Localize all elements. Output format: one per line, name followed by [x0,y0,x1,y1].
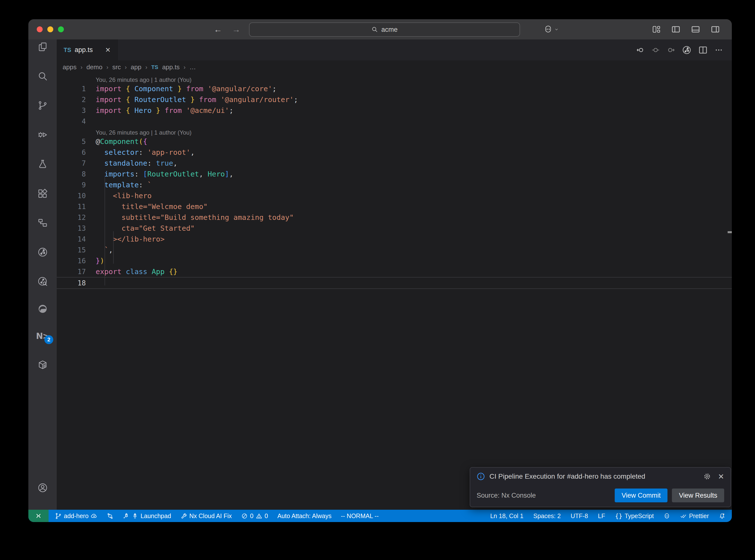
copilot-icon[interactable] [544,25,552,34]
breadcrumb-item-app[interactable]: app [131,63,141,71]
code-editor[interactable]: You, 26 minutes ago | 1 author (You)1imp… [57,74,732,289]
activity-item-nx-console[interactable]: N>2 [28,325,57,347]
code-text: imports: [RouterOutlet, Hero], [86,170,234,178]
code-line-15[interactable]: 15 `, [57,244,732,255]
zoom-window-button[interactable] [58,26,64,32]
continue-forward-icon[interactable] [667,46,675,54]
activity-item-nx-graph[interactable] [28,241,57,263]
status-item-nx-cloud-ai-fix[interactable]: Nx Cloud AI Fix [180,513,232,520]
activity-item-nx-graph-search[interactable] [28,271,57,293]
view-results-button[interactable]: View Results [672,488,724,502]
breadcrumb-item-src[interactable]: src [112,63,121,71]
notification-title: CI Pipeline Execution for #add-hero has … [490,473,699,480]
status-item-notifications[interactable] [719,513,726,519]
status-item-indentation[interactable]: Spaces: 2 [533,513,561,520]
activity-item-explorer[interactable] [28,36,57,58]
more-actions-icon[interactable] [715,46,723,54]
code-line-4[interactable]: 4 [57,116,732,127]
step-back-icon[interactable] [636,46,644,54]
code-line-9[interactable]: 9 template: ` [57,179,732,190]
navigate-forward-icon[interactable]: → [232,25,240,34]
toggle-secondary-sidebar-icon[interactable] [711,25,720,34]
minimize-window-button[interactable] [47,26,53,32]
code-text: `, [86,246,113,254]
status-label: Spaces: 2 [533,513,561,520]
status-item-auto-attach[interactable]: Auto Attach: Always [277,513,332,520]
run-debug-icon [38,129,48,140]
reverse-continue-icon[interactable] [652,46,660,54]
line-number: 3 [57,106,86,115]
status-item-vim-mode[interactable]: -- NORMAL -- [341,513,378,520]
breadcrumb-overflow[interactable]: … [190,63,196,71]
gitlens-blame-annotation[interactable]: You, 26 minutes ago | 1 author (You) [57,74,732,83]
navigate-back-icon[interactable]: ← [214,25,222,34]
activity-item-testing[interactable] [28,153,57,175]
nx-project-graph-icon[interactable] [682,45,691,55]
status-item-encoding[interactable]: UTF-8 [571,513,588,520]
close-notification-icon[interactable]: ✕ [718,472,724,481]
line-number: 4 [57,117,86,125]
warning-icon [256,513,262,519]
command-center-search[interactable]: acme [249,22,520,37]
code-line-13[interactable]: 13 cta="Get Started" [57,223,732,234]
status-item-launchpad[interactable]: Launchpad [123,513,171,520]
breadcrumb-item-apps[interactable]: apps [63,63,76,71]
edge-tools-icon [38,304,48,314]
code-line-3[interactable]: 3import { Hero } from '@acme/ui'; [57,105,732,116]
status-item-eol[interactable]: LF [598,513,605,520]
status-item-language-mode[interactable]: {}TypeScript [615,513,654,520]
code-text: template: ` [86,181,152,189]
activity-item-containers[interactable] [28,354,57,376]
bell-dot-icon [719,513,726,519]
toggle-primary-sidebar-icon[interactable] [671,25,680,34]
typescript-file-icon: TS [152,64,158,71]
status-item-compare-changes[interactable] [107,513,114,519]
chevron-down-icon[interactable] [554,27,559,32]
status-item-branch[interactable]: add-hero [55,513,97,520]
activity-item-account[interactable] [28,477,57,499]
code-line-7[interactable]: 7 standalone: true, [57,158,732,168]
code-line-18[interactable]: 18 [57,277,732,289]
editor-area: TS app.ts ✕ [57,39,732,510]
code-line-2[interactable]: 2import { RouterOutlet } from '@angular/… [57,94,732,105]
indent-guide [113,231,114,264]
code-line-12[interactable]: 12 subtitle="Build something amazing tod… [57,212,732,223]
close-tab-icon[interactable]: ✕ [105,46,111,54]
code-line-16[interactable]: 16}) [57,255,732,266]
breadcrumb[interactable]: apps›demo›src›app›TSapp.ts›… [57,60,732,74]
breadcrumb-item-demo[interactable]: demo [86,63,102,71]
code-line-17[interactable]: 17export class App {} [57,266,732,277]
activity-item-search[interactable] [28,65,57,87]
activity-item-run-debug[interactable] [28,124,57,146]
code-line-14[interactable]: 14 ></lib-hero> [57,234,732,244]
toggle-panel-icon[interactable] [691,25,700,34]
customize-layout-icon[interactable] [652,25,661,34]
overview-ruler-marker [728,231,732,233]
code-text: title="Welcmoe demo" [86,202,207,211]
status-item-copilot[interactable] [663,513,670,519]
code-line-10[interactable]: 10 <lib-hero [57,190,732,201]
gitlens-blame-annotation[interactable]: You, 26 minutes ago | 1 author (You) [57,127,732,136]
double-check-icon [680,513,687,519]
remote-indicator[interactable] [28,510,48,522]
breadcrumb-item-file[interactable]: app.ts [162,63,180,71]
notification-settings-gear-icon[interactable] [703,473,711,480]
activity-item-hierarchy[interactable] [28,212,57,234]
activity-item-extensions[interactable] [28,182,57,205]
status-label: Auto Attach: Always [277,513,332,520]
code-line-8[interactable]: 8 imports: [RouterOutlet, Hero], [57,168,732,179]
status-item-cursor-position[interactable]: Ln 18, Col 1 [490,513,523,520]
code-line-1[interactable]: 1import { Component } from '@angular/cor… [57,83,732,94]
tab-app-ts[interactable]: TS app.ts ✕ [57,39,118,60]
view-commit-button[interactable]: View Commit [615,488,668,502]
close-window-button[interactable] [37,26,43,32]
activity-item-source-control[interactable] [28,94,57,117]
status-item-formatter[interactable]: Prettier [680,513,709,520]
status-item-problems[interactable]: 00 [241,513,268,520]
rocket-icon [132,513,138,519]
code-line-6[interactable]: 6 selector: 'app-root', [57,147,732,158]
activity-item-edge-tools[interactable] [28,298,57,320]
split-editor-icon[interactable] [698,45,708,55]
code-line-5[interactable]: 5@Component({ [57,136,732,147]
code-line-11[interactable]: 11 title="Welcmoe demo" [57,201,732,212]
